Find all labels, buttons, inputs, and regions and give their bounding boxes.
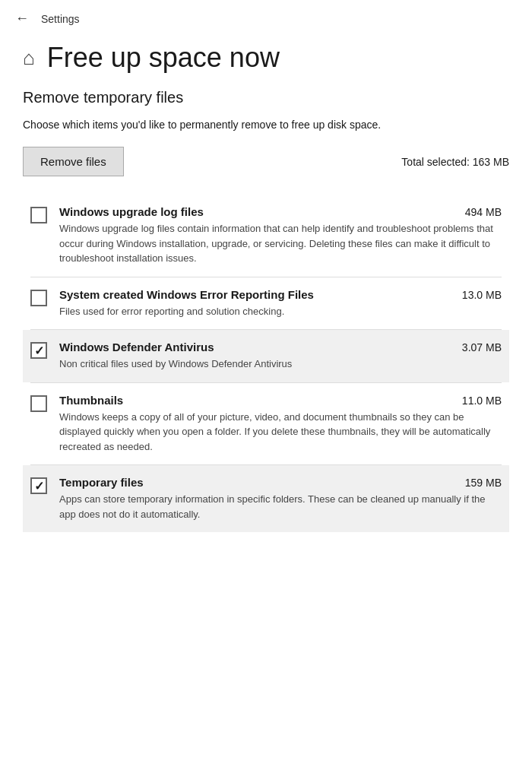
checkbox-thumbnails[interactable] xyxy=(30,395,47,412)
checkbox-windows-defender[interactable]: ✓ xyxy=(30,342,47,359)
file-info-system-error-reporting: System created Windows Error Reporting F… xyxy=(59,288,502,319)
file-header-system-error-reporting: System created Windows Error Reporting F… xyxy=(59,288,502,301)
file-name-windows-upgrade-log: Windows upgrade log files xyxy=(59,205,204,218)
description-text: Choose which items you'd like to permane… xyxy=(23,117,509,133)
file-header-thumbnails: Thumbnails11.0 MB xyxy=(59,394,502,407)
file-header-windows-upgrade-log: Windows upgrade log files494 MB xyxy=(59,205,502,218)
file-item-windows-defender: ✓Windows Defender Antivirus3.07 MBNon cr… xyxy=(23,330,509,382)
checkmark-icon: ✓ xyxy=(34,479,44,493)
file-size-windows-defender: 3.07 MB xyxy=(462,341,502,353)
content-area: Remove temporary files Choose which item… xyxy=(0,89,532,532)
file-item-thumbnails: Thumbnails11.0 MBWindows keeps a copy of… xyxy=(23,383,509,465)
file-desc-windows-upgrade-log: Windows upgrade log files contain inform… xyxy=(59,221,502,266)
file-item-temporary-files: ✓Temporary files159 MBApps can store tem… xyxy=(23,465,509,532)
page-header: ⌂ Free up space now xyxy=(0,34,532,89)
file-name-thumbnails: Thumbnails xyxy=(59,394,123,407)
file-name-system-error-reporting: System created Windows Error Reporting F… xyxy=(59,288,314,301)
file-info-thumbnails: Thumbnails11.0 MBWindows keeps a copy of… xyxy=(59,394,502,455)
file-info-temporary-files: Temporary files159 MBApps can store temp… xyxy=(59,476,502,521)
file-desc-system-error-reporting: Files used for error reporting and solut… xyxy=(59,304,502,319)
file-info-windows-upgrade-log: Windows upgrade log files494 MBWindows u… xyxy=(59,205,502,266)
file-item-system-error-reporting: System created Windows Error Reporting F… xyxy=(23,277,509,330)
file-size-temporary-files: 159 MB xyxy=(465,477,502,489)
file-desc-windows-defender: Non critical files used by Windows Defen… xyxy=(59,357,502,372)
remove-files-button[interactable]: Remove files xyxy=(23,147,124,176)
total-selected: Total selected: 163 MB xyxy=(401,156,509,168)
home-icon: ⌂ xyxy=(23,46,35,70)
file-desc-temporary-files: Apps can store temporary information in … xyxy=(59,492,502,521)
checkmark-icon: ✓ xyxy=(34,344,44,358)
file-header-windows-defender: Windows Defender Antivirus3.07 MB xyxy=(59,341,502,353)
section-title: Remove temporary files xyxy=(23,89,509,106)
page-title: Free up space now xyxy=(47,42,280,74)
file-size-system-error-reporting: 13.0 MB xyxy=(462,289,502,301)
checkbox-windows-upgrade-log[interactable] xyxy=(30,207,47,223)
top-bar: ← Settings xyxy=(0,0,532,34)
file-list: Windows upgrade log files494 MBWindows u… xyxy=(23,195,509,532)
file-name-windows-defender: Windows Defender Antivirus xyxy=(59,341,214,353)
back-icon[interactable]: ← xyxy=(15,11,29,27)
action-row: Remove files Total selected: 163 MB xyxy=(23,147,509,176)
checkbox-temporary-files[interactable]: ✓ xyxy=(30,477,47,494)
file-size-thumbnails: 11.0 MB xyxy=(462,395,502,407)
file-header-temporary-files: Temporary files159 MB xyxy=(59,476,502,489)
file-item-windows-upgrade-log: Windows upgrade log files494 MBWindows u… xyxy=(23,195,509,277)
file-info-windows-defender: Windows Defender Antivirus3.07 MBNon cri… xyxy=(59,341,502,372)
file-desc-thumbnails: Windows keeps a copy of all of your pict… xyxy=(59,410,502,455)
file-size-windows-upgrade-log: 494 MB xyxy=(465,206,502,218)
checkbox-system-error-reporting[interactable] xyxy=(30,290,47,306)
top-bar-title: Settings xyxy=(41,13,80,25)
file-name-temporary-files: Temporary files xyxy=(59,476,144,489)
